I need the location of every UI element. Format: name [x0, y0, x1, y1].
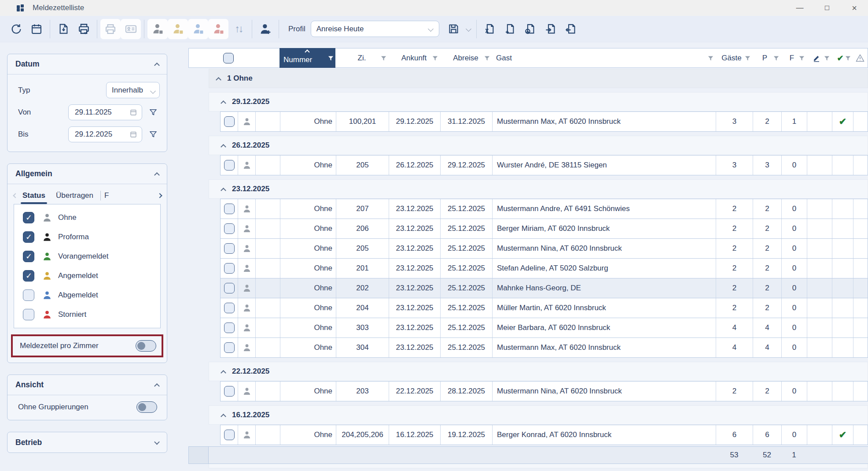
sort-button[interactable]: ↑↓: [228, 19, 249, 39]
panel-ansicht-header[interactable]: Ansicht: [7, 375, 167, 395]
bis-filter-button[interactable]: [147, 128, 160, 141]
status-group-row[interactable]: 1 Ohne: [209, 69, 868, 88]
date-group-row[interactable]: 26.12.2025: [209, 136, 868, 155]
status-filter-item[interactable]: Storniert: [14, 305, 160, 324]
new-document-button[interactable]: [500, 19, 520, 39]
filter-icon[interactable]: [824, 55, 830, 62]
collapse-caret-icon[interactable]: [221, 187, 226, 193]
row-checkbox-cell[interactable]: [221, 112, 238, 131]
collapse-caret-icon[interactable]: [221, 144, 226, 149]
table-row[interactable]: Ohne 304 23.12.2025 25.12.2025 Musterman…: [220, 337, 868, 358]
filter-icon[interactable]: [484, 55, 490, 62]
refresh-button[interactable]: [6, 19, 26, 39]
tabs-scroll-left-icon[interactable]: [13, 193, 18, 198]
column-f[interactable]: F: [781, 48, 807, 68]
date-group-row[interactable]: 16.12.2025: [209, 405, 868, 425]
save-profile-button[interactable]: [444, 19, 464, 39]
status-filter-item[interactable]: Abgemeldet: [14, 286, 160, 305]
status-checkbox[interactable]: [23, 212, 34, 223]
print-registration-button[interactable]: [74, 19, 94, 39]
status-filter-item[interactable]: Angemeldet: [14, 266, 160, 286]
column-p[interactable]: P: [752, 48, 781, 68]
excel-export-button[interactable]: [480, 19, 500, 39]
table-row[interactable]: Ohne 205 23.12.2025 25.12.2025 Musterman…: [220, 238, 868, 259]
status-checkbox[interactable]: [23, 251, 34, 262]
close-button[interactable]: ×: [841, 0, 868, 16]
guests-gray-button[interactable]: [147, 19, 168, 39]
status-checkbox[interactable]: [23, 231, 34, 243]
status-filter-item[interactable]: Proforma: [14, 227, 160, 247]
collapse-caret-icon[interactable]: [221, 100, 226, 106]
import-document-button[interactable]: [541, 19, 561, 39]
meldezettel-pro-zimmer-toggle[interactable]: [136, 340, 156, 352]
row-checkbox-cell[interactable]: [221, 382, 238, 401]
ohne-gruppierungen-toggle[interactable]: [136, 401, 157, 413]
tabs-scroll-right-icon[interactable]: [157, 193, 162, 198]
guests-blue-button[interactable]: [188, 19, 208, 39]
calendar-button[interactable]: [26, 19, 47, 39]
table-row[interactable]: Ohne 204 23.12.2025 25.12.2025 Müller Ma…: [220, 298, 868, 318]
panel-betrieb-header[interactable]: Betrieb: [7, 432, 167, 452]
row-checkbox-cell[interactable]: [221, 199, 238, 219]
row-checkbox-cell[interactable]: [221, 156, 238, 175]
table-row[interactable]: Ohne 206 23.12.2025 25.12.2025 Berger Mi…: [220, 219, 868, 239]
column-edit[interactable]: [806, 48, 832, 68]
column-nummer[interactable]: Nummer: [280, 48, 336, 68]
maximize-button[interactable]: ☐: [813, 0, 841, 16]
collapse-caret-icon[interactable]: [221, 413, 226, 419]
column-ankunft[interactable]: Ankunft: [388, 48, 440, 68]
column-gaeste[interactable]: Gäste: [715, 48, 753, 68]
filter-icon[interactable]: [744, 55, 751, 62]
collapse-caret-icon[interactable]: [216, 77, 221, 82]
row-checkbox-cell[interactable]: [221, 259, 238, 278]
header-select-all[interactable]: [220, 48, 238, 68]
filter-icon[interactable]: [773, 55, 780, 62]
export-out-document-button[interactable]: [561, 19, 581, 39]
guests-red-button[interactable]: [208, 19, 228, 39]
minimize-button[interactable]: —: [786, 0, 813, 16]
row-checkbox-cell[interactable]: [221, 298, 238, 318]
column-zi[interactable]: Zi.: [335, 48, 389, 68]
table-row[interactable]: Ohne 303 23.12.2025 25.12.2025 Meier Bar…: [220, 318, 868, 338]
date-group-row[interactable]: 23.12.2025: [209, 179, 868, 199]
status-checkbox[interactable]: [23, 270, 34, 282]
export-document-button[interactable]: [53, 19, 74, 39]
row-checkbox-cell[interactable]: [221, 338, 238, 357]
column-check[interactable]: ✔: [831, 48, 853, 68]
row-checkbox-cell[interactable]: [221, 239, 238, 258]
status-checkbox[interactable]: [23, 289, 34, 301]
status-checkbox[interactable]: [23, 309, 34, 320]
filter-icon[interactable]: [432, 55, 438, 62]
tab-uebertragen[interactable]: Übertragen: [55, 189, 94, 204]
collapse-caret-icon[interactable]: [221, 370, 226, 375]
status-filter-item[interactable]: Vorangemeldet: [14, 247, 160, 266]
column-gast[interactable]: Gast: [492, 48, 716, 68]
table-row[interactable]: Ohne 203 22.12.2025 28.12.2025 Musterman…: [220, 381, 868, 401]
column-warning[interactable]: [853, 48, 868, 68]
panel-allgemein-header[interactable]: Allgemein: [7, 164, 167, 184]
von-date-input[interactable]: 29.11.2025: [68, 104, 142, 120]
row-checkbox-cell[interactable]: [221, 425, 238, 445]
row-checkbox-cell[interactable]: [221, 318, 238, 337]
status-filter-item[interactable]: Ohne: [14, 208, 160, 227]
template-document-button[interactable]: [520, 19, 541, 39]
add-guest-button[interactable]: [255, 19, 276, 39]
filter-icon[interactable]: [380, 55, 387, 62]
table-row[interactable]: Ohne 205 26.12.2025 29.12.2025 Wurster A…: [220, 155, 868, 175]
id-card-button[interactable]: [121, 19, 141, 39]
print-button[interactable]: [100, 19, 121, 39]
guests-yellow-button[interactable]: [168, 19, 188, 39]
date-group-row[interactable]: 29.12.2025: [209, 92, 868, 111]
typ-select[interactable]: Innerhalb: [106, 82, 160, 98]
filter-icon[interactable]: [327, 55, 334, 62]
table-row[interactable]: Ohne 207 23.12.2025 25.12.2025 Musterman…: [220, 199, 868, 219]
tab-status[interactable]: Status: [22, 189, 46, 204]
column-abreise[interactable]: Abreise: [440, 48, 492, 68]
panel-datum-header[interactable]: Datum: [7, 54, 167, 74]
filter-icon[interactable]: [798, 55, 805, 62]
table-row[interactable]: Ohne 201 23.12.2025 25.12.2025 Stefan Ad…: [220, 258, 868, 278]
table-row[interactable]: Ohne 100,201 29.12.2025 31.12.2025 Muste…: [220, 111, 868, 132]
tab-clipped[interactable]: F: [103, 189, 110, 204]
von-filter-button[interactable]: [147, 106, 160, 119]
save-options-chevron-icon[interactable]: [466, 26, 471, 32]
